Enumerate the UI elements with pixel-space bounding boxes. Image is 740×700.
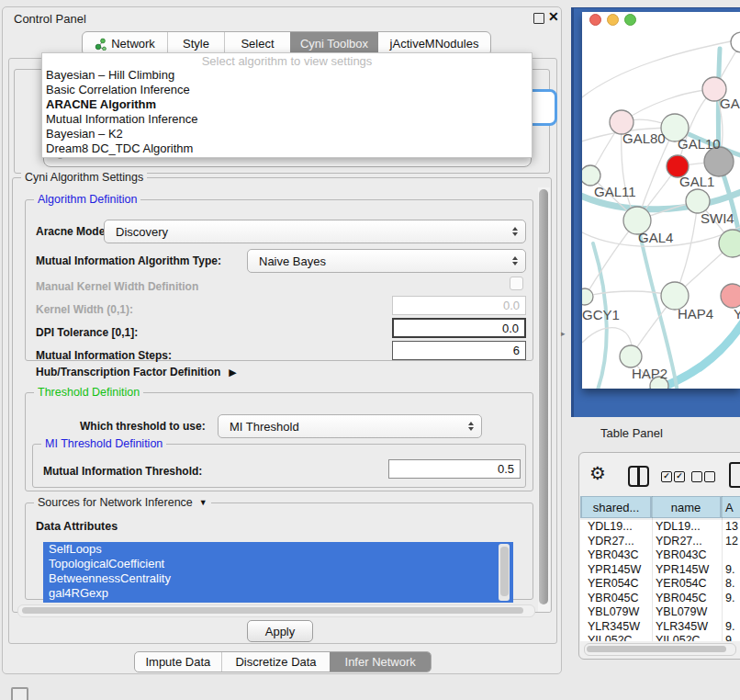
dropdown-placeholder: Select algorithm to view settings (42, 54, 532, 68)
list-item[interactable]: gal4RGexp (43, 586, 513, 601)
stepper-icon (508, 227, 522, 236)
screen: Control Panel ✕ Network Style Select Cyn… (0, 0, 740, 700)
node-label: GAL4 (638, 230, 673, 245)
node-label: GCY1 (582, 307, 620, 322)
list-item[interactable]: BetweennessCentrality (43, 571, 513, 586)
table-row[interactable]: YBL079WYBL079W (580, 605, 740, 620)
gear-icon[interactable]: ⚙ (589, 463, 606, 483)
aracne-mode-label: Aracne Mode: (36, 225, 108, 238)
dropdown-item[interactable]: Basic Correlation Inference (42, 83, 532, 97)
network-canvas[interactable]: GAL GAL80 GAL10 GAL1 GAL11 SWI4 GAL4 GCY… (582, 12, 740, 389)
expanded-arrow-icon: ▼ (199, 498, 207, 507)
list-scrollbar-thumb[interactable] (500, 547, 509, 596)
node-label: Y (734, 306, 740, 322)
bottom-tabbar: Impute Data Discretize Data Infer Networ… (134, 651, 432, 672)
tab-infer-network[interactable]: Infer Network (330, 652, 431, 672)
kernel-width-label: Kernel Width (0,1): (36, 303, 133, 316)
tab-label: Network (111, 37, 155, 51)
node-partial-top[interactable] (731, 32, 740, 52)
mac-minimize-button[interactable] (607, 14, 619, 26)
table-row[interactable]: YIL052CYIL052C9 (580, 634, 740, 641)
table-row[interactable]: YDR27...YDR27...12 (580, 535, 740, 549)
close-icon[interactable]: ✕ (548, 9, 559, 24)
dropdown-item[interactable]: Dream8 DC_TDC Algorithm (42, 141, 532, 156)
columns-icon[interactable] (628, 466, 649, 487)
table-header: shared... name A (580, 496, 740, 518)
column-header-partial[interactable]: A (722, 497, 740, 517)
table-row[interactable]: YLR345WYLR345W9. (580, 620, 740, 635)
mi-threshold-field[interactable]: 0.5 (388, 459, 521, 479)
table-body: YDL19...YDL19...13 YDR27...YDR27...12 YB… (580, 520, 740, 641)
minimized-panel-icon[interactable] (11, 687, 28, 700)
cyni-settings-legend: Cyni Algorithm Settings (21, 171, 147, 184)
node-label: HAP2 (632, 366, 667, 381)
new-table-icon[interactable] (729, 462, 740, 488)
settings-scrollbar[interactable] (538, 187, 550, 612)
list-scrollbar[interactable] (499, 544, 510, 601)
control-panel-window: Control Panel ✕ Network Style Select Cyn… (2, 6, 562, 674)
column-header-shared-name[interactable]: shared... (582, 497, 650, 517)
mac-zoom-button[interactable] (624, 14, 636, 26)
stepper-icon (508, 256, 522, 265)
apply-button[interactable]: Apply (247, 620, 313, 642)
stepper-icon (464, 422, 478, 431)
dropdown-item[interactable]: Mutual Information Inference (42, 112, 532, 127)
mi-threshold-legend: MI Threshold Definition (41, 437, 166, 450)
mac-close-button[interactable] (589, 14, 601, 26)
table-row[interactable]: YPR145WYPR145W9. (580, 563, 740, 578)
settings-scrollbar-thumb[interactable] (539, 189, 548, 604)
manual-kernel-checkbox[interactable] (510, 277, 523, 290)
which-threshold-combo[interactable]: MI Threshold (218, 414, 482, 438)
mi-threshold-label: Mutual Information Threshold: (43, 465, 202, 478)
table-row[interactable]: YDL19...YDL19...13 (580, 520, 740, 535)
hub-section-toggle[interactable]: Hub/Transcription Factor Definition ▶ (36, 366, 237, 378)
node-label: SWI4 (701, 210, 734, 226)
deselect-columns-icon[interactable] (704, 471, 715, 482)
node-gcy1[interactable] (582, 288, 593, 305)
dpi-tolerance-field[interactable]: 0.0 (392, 318, 526, 338)
algorithm-definition-legend: Algorithm Definition (34, 193, 140, 206)
which-threshold-label: Which threshold to use: (80, 420, 206, 433)
table-row[interactable]: YBR043CYBR043C (580, 548, 740, 563)
table-row[interactable]: YBR045CYBR045C9. (580, 592, 740, 606)
sources-legend[interactable]: Sources for Network Inference ▼ (34, 496, 211, 509)
select-columns-checked-icon[interactable]: ✓ (674, 471, 685, 482)
threshold-definition-legend: Threshold Definition (34, 386, 143, 399)
table-hscrollbar-thumb[interactable] (587, 646, 726, 652)
column-header-name[interactable]: name (652, 497, 720, 517)
dropdown-item[interactable]: Bayesian – Hill Climbing (42, 68, 532, 83)
mi-type-combo[interactable]: Naive Bayes (247, 249, 526, 273)
node-gal11[interactable] (582, 165, 600, 186)
tab-discretize-data[interactable]: Discretize Data (221, 652, 331, 672)
tab-impute-data[interactable]: Impute Data (135, 652, 221, 672)
dropdown-item[interactable]: Bayesian – K2 (42, 127, 532, 141)
dropdown-item-aracne[interactable]: ARACNE Algorithm (42, 97, 532, 112)
float-panel-icon[interactable] (533, 13, 544, 24)
node-label: GAL11 (594, 184, 636, 199)
splitter-handle-icon[interactable]: ▸ (561, 329, 566, 338)
list-item[interactable]: SelfLoops (43, 542, 513, 557)
node-hap2[interactable] (620, 345, 642, 367)
kernel-width-field[interactable]: 0.0 (392, 296, 526, 315)
settings-hscrollbar[interactable] (17, 604, 535, 617)
mi-type-label: Mutual Information Algorithm Type: (36, 254, 221, 267)
panel-title: Control Panel (14, 12, 86, 26)
data-attributes-list[interactable]: SelfLoops TopologicalCoefficient Between… (43, 542, 513, 603)
settings-hscrollbar-thumb[interactable] (22, 607, 523, 614)
node-swi4-green[interactable] (719, 230, 740, 257)
list-item[interactable]: TopologicalCoefficient (43, 557, 513, 571)
table-hscrollbar[interactable] (584, 643, 736, 656)
node-label: HAP4 (678, 306, 713, 322)
mi-steps-label: Mutual Information Steps: (36, 349, 172, 362)
manual-kernel-label: Manual Kernel Width Definition (36, 280, 198, 293)
node-salmon[interactable] (721, 284, 740, 308)
table-panel-title: Table Panel (600, 426, 663, 440)
aracne-mode-combo[interactable]: Discovery (104, 220, 526, 243)
mi-steps-field[interactable]: 6 (392, 341, 526, 360)
select-columns-checked-icon[interactable]: ✓ (661, 471, 672, 482)
data-attributes-label: Data Attributes (36, 520, 118, 533)
table-row[interactable]: YER054CYER054C8. (580, 577, 740, 592)
column-separator (652, 496, 653, 641)
network-graph: GAL GAL80 GAL10 GAL1 GAL11 SWI4 GAL4 GCY… (582, 12, 740, 389)
deselect-columns-icon[interactable] (691, 471, 702, 482)
